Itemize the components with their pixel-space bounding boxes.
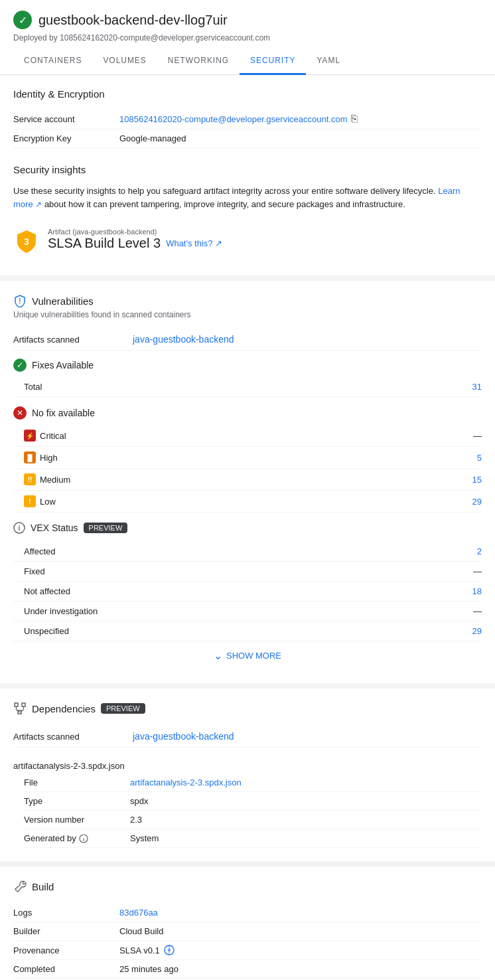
copy-icon[interactable]: ⎘ xyxy=(351,113,358,125)
build-provenance-label: Provenance xyxy=(13,945,119,955)
fixes-available-section: ✓ Fixes Available Total 31 xyxy=(13,359,482,397)
build-header: Build xyxy=(13,880,482,893)
not-affected-row: Not affected 18 xyxy=(13,582,482,602)
vex-preview-badge: PREVIEW xyxy=(84,523,128,533)
under-investigation-label: Under investigation xyxy=(13,606,455,616)
low-value[interactable]: 29 xyxy=(455,497,482,507)
dep-generated-by-row: Generated by i System xyxy=(24,829,482,848)
build-completed-label: Completed xyxy=(13,964,119,974)
info-icon: i xyxy=(13,522,25,534)
vuln-artifacts-label: Artifacts scanned xyxy=(13,335,133,345)
fixes-available-header: ✓ Fixes Available xyxy=(13,359,482,372)
fixes-check-icon: ✓ xyxy=(13,359,27,372)
vuln-title: Vulnerabilities xyxy=(32,295,94,307)
build-builder-value: Cloud Build xyxy=(119,926,164,936)
dependencies-section: Dependencies PREVIEW Artifacts scanned j… xyxy=(0,683,495,861)
tab-networking[interactable]: NETWORKING xyxy=(157,48,240,75)
tab-containers[interactable]: CONTAINERS xyxy=(13,48,92,75)
dep-version-value: 2.3 xyxy=(130,815,142,825)
build-builder-row: Builder Cloud Build xyxy=(13,922,482,941)
dep-type-row: Type spdx xyxy=(24,792,482,811)
low-label: ! Low xyxy=(13,495,455,507)
tab-security[interactable]: SECURITY xyxy=(240,48,306,75)
fixes-total-value[interactable]: 31 xyxy=(455,382,482,392)
dep-artifacts-label: Artifacts scanned xyxy=(13,732,133,742)
dep-header: Dependencies PREVIEW xyxy=(13,702,482,715)
under-investigation-value: — xyxy=(455,606,482,616)
external-link-icon: ↗ xyxy=(35,200,42,209)
dep-generated-by-label: Generated by i xyxy=(24,833,130,843)
shield-alert-icon: ! xyxy=(13,294,27,307)
provenance-link-icon[interactable] xyxy=(164,945,175,955)
build-completed-row: Completed 25 minutes ago xyxy=(13,960,482,979)
dep-artifacts-value[interactable]: java-guestbook-backend xyxy=(133,731,234,742)
svg-text:i: i xyxy=(83,837,84,843)
build-title: Build xyxy=(32,881,54,892)
dep-file-value[interactable]: artifactanalysis-2-3.spdx.json xyxy=(130,777,242,787)
security-insights-section: Security insights Use these security ins… xyxy=(13,164,482,262)
show-more-button[interactable]: ⌄ SHOW MORE xyxy=(13,641,482,670)
tab-yaml[interactable]: YAML xyxy=(306,48,351,75)
generated-by-info-icon[interactable]: i xyxy=(79,834,88,843)
dep-artifacts-row: Artifacts scanned java-guestbook-backend xyxy=(13,726,482,748)
low-row: ! Low 29 xyxy=(13,491,482,513)
unspecified-value[interactable]: 29 xyxy=(455,626,482,636)
not-affected-value[interactable]: 18 xyxy=(455,586,482,596)
dep-file-label-key: File xyxy=(24,777,130,787)
vuln-artifacts-value[interactable]: java-guestbook-backend xyxy=(133,334,234,345)
vulnerabilities-outer: ! Vulnerabilities Unique vulnerabilities… xyxy=(0,276,495,683)
whats-this-link[interactable]: What's this? ↗ xyxy=(166,238,222,248)
tab-volumes[interactable]: VOLUMES xyxy=(92,48,157,75)
unspecified-row: Unspecified 29 xyxy=(13,621,482,641)
dep-type-label: Type xyxy=(24,796,130,806)
slsa-shield-icon: 3 xyxy=(13,228,40,254)
build-logs-value[interactable]: 83d676aa xyxy=(119,908,158,918)
security-insights-title: Security insights xyxy=(13,164,482,175)
medium-row: !! Medium 15 xyxy=(13,469,482,491)
main-content: Identity & Encryption Service account 10… xyxy=(0,75,495,276)
deployed-by: Deployed by 1085624162020-compute@develo… xyxy=(13,33,482,48)
success-icon: ✓ xyxy=(13,11,32,29)
build-logs-label: Logs xyxy=(13,908,119,918)
medium-icon: !! xyxy=(24,473,36,485)
vuln-header: ! Vulnerabilities xyxy=(13,294,482,307)
no-fix-header: ✕ No fix available xyxy=(13,406,482,420)
fixed-label: Fixed xyxy=(13,566,455,576)
affected-row: Affected 2 xyxy=(13,542,482,562)
svg-rect-5 xyxy=(22,703,25,706)
dependencies-icon xyxy=(13,702,27,715)
low-icon: ! xyxy=(24,495,36,507)
security-insights-desc: Use these security insights to help you … xyxy=(13,185,482,210)
critical-label: ⚡ Critical xyxy=(13,430,455,442)
dep-type-value: spdx xyxy=(130,796,148,806)
service-account-value[interactable]: 1085624162020-compute@developer.gservice… xyxy=(119,114,347,124)
unspecified-label: Unspecified xyxy=(13,626,455,636)
dep-version-row: Version number 2.3 xyxy=(24,811,482,829)
high-value[interactable]: 5 xyxy=(455,453,482,463)
high-row: ▐▌ High 5 xyxy=(13,447,482,469)
fixes-available-title: Fixes Available xyxy=(32,360,94,370)
high-icon: ▐▌ xyxy=(24,451,36,463)
encryption-key-label: Encryption Key xyxy=(13,133,119,143)
under-investigation-row: Under investigation — xyxy=(13,602,482,621)
build-section: Build Logs 83d676aa Builder Cloud Build … xyxy=(0,861,495,980)
external-icon-slsa: ↗ xyxy=(215,238,222,248)
page-header: ✓ guestbook-backend-dev-llog7uir Deploye… xyxy=(0,0,495,48)
tab-bar: CONTAINERS VOLUMES NETWORKING SECURITY Y… xyxy=(0,48,495,75)
dep-title: Dependencies xyxy=(32,703,96,714)
high-label: ▐▌ High xyxy=(13,451,455,463)
build-logs-row: Logs 83d676aa xyxy=(13,904,482,922)
vulnerabilities-content: ! Vulnerabilities Unique vulnerabilities… xyxy=(0,281,495,683)
svg-text:3: 3 xyxy=(24,236,29,247)
service-account-row: Service account 1085624162020-compute@de… xyxy=(13,109,482,129)
chevron-down-icon: ⌄ xyxy=(214,649,222,662)
build-provenance-value: SLSA v0.1 xyxy=(119,945,175,955)
medium-label: !! Medium xyxy=(13,473,455,485)
no-fix-x-icon: ✕ xyxy=(13,406,27,420)
affected-value[interactable]: 2 xyxy=(455,546,482,556)
slsa-container: 3 Artifact (java-guestbook-backend) SLSA… xyxy=(13,220,482,262)
fixed-value: — xyxy=(455,566,482,576)
service-account-label: Service account xyxy=(13,114,119,124)
medium-value[interactable]: 15 xyxy=(455,475,482,485)
identity-encryption-title: Identity & Encryption xyxy=(13,88,482,100)
